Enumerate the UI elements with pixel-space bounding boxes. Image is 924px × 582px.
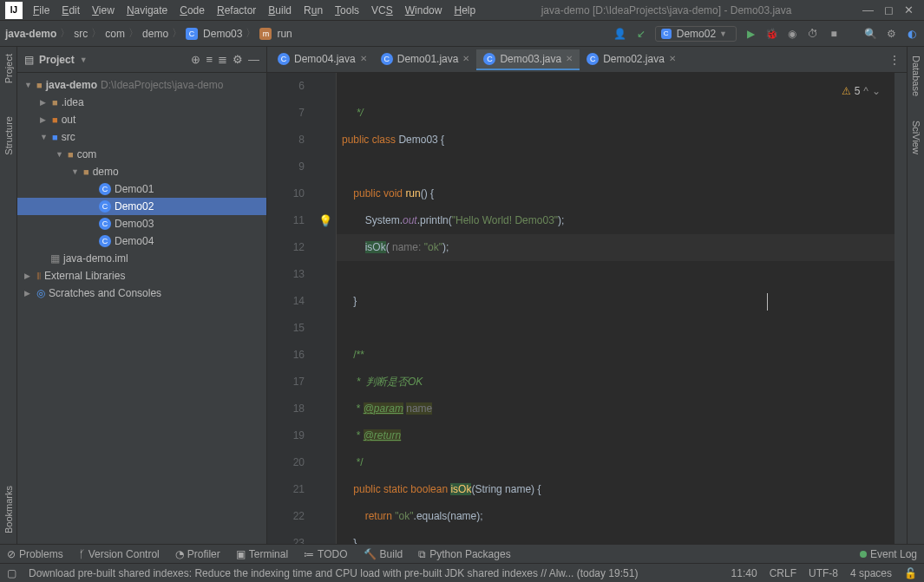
breadcrumb: java-demo〉 src〉 com〉 demo〉 CDemo03〉 mrun — [5, 26, 613, 41]
tree-root[interactable]: ▼■ java-demo D:\IdeaProjects\java-demo — [17, 76, 266, 94]
stop-button[interactable]: ■ — [827, 27, 841, 41]
tree-scratches[interactable]: ▶◎ Scratches and Consoles — [17, 284, 266, 302]
tab-demo03[interactable]: CDemo03.java✕ — [476, 49, 580, 70]
menu-build[interactable]: Build — [263, 3, 297, 18]
status-icon[interactable]: ▢ — [7, 567, 16, 579]
close-window-button[interactable]: ✕ — [904, 3, 914, 16]
minimize-button[interactable]: — — [862, 3, 874, 16]
menu-window[interactable]: Window — [400, 3, 448, 18]
app-logo: IJ — [5, 2, 23, 19]
coverage-button[interactable]: ◉ — [785, 27, 799, 41]
tree-src[interactable]: ▼■ src — [17, 128, 266, 146]
tool-problems[interactable]: ⊘Problems — [7, 548, 63, 560]
chevron-down-icon[interactable]: ▼ — [80, 56, 88, 64]
menu-edit[interactable]: Edit — [56, 3, 85, 18]
tree-com[interactable]: ▼■ com — [17, 146, 266, 163]
tab-demo02[interactable]: CDemo02.java✕ — [580, 49, 683, 70]
tree-out[interactable]: ▶■ out — [17, 111, 266, 128]
project-view-icon: ▤ — [24, 54, 34, 66]
tool-sciview-tab[interactable]: SciView — [910, 117, 922, 158]
collapse-all-icon[interactable]: ≣ — [218, 53, 227, 66]
tool-vcs[interactable]: ᚶVersion Control — [79, 548, 160, 560]
crumb-project[interactable]: java-demo — [5, 28, 56, 40]
crumb-class[interactable]: Demo03 — [203, 28, 242, 40]
tree-class-demo02[interactable]: C Demo02 — [17, 198, 266, 215]
expand-all-icon[interactable]: ≡ — [206, 53, 213, 66]
caret-position[interactable]: 11:40 — [731, 567, 757, 579]
ide-updates-icon[interactable]: ◐ — [905, 27, 919, 41]
file-encoding[interactable]: UTF-8 — [809, 567, 838, 579]
terminal-icon: ▣ — [236, 548, 246, 560]
gutter-marks[interactable]: 💡 — [315, 73, 337, 544]
status-message[interactable]: Download pre-built shared indexes: Reduc… — [29, 567, 719, 579]
menu-code[interactable]: Code — [174, 3, 210, 18]
build-icon: 🔨 — [364, 548, 377, 560]
menu-vcs[interactable]: VCS — [366, 3, 398, 18]
tool-event-log[interactable]: Event Log — [860, 548, 917, 560]
run-button[interactable]: ▶ — [744, 27, 757, 41]
tree-idea[interactable]: ▶■ .idea — [17, 94, 266, 111]
tree-class-demo01[interactable]: C Demo01 — [17, 180, 266, 198]
indent-setting[interactable]: 4 spaces — [850, 567, 892, 579]
chevron-down-icon: ▼ — [719, 29, 727, 38]
menu-refactor[interactable]: Refactor — [212, 3, 261, 18]
crumb-src[interactable]: src — [74, 28, 88, 40]
crumb-demo[interactable]: demo — [142, 28, 168, 40]
debug-button[interactable]: 🐞 — [764, 27, 778, 41]
intention-bulb-icon[interactable]: 💡 — [318, 207, 332, 234]
tool-profiler[interactable]: ◔Profiler — [175, 548, 220, 560]
hide-panel-icon[interactable]: — — [248, 53, 259, 66]
close-icon[interactable]: ✕ — [566, 54, 573, 63]
close-icon[interactable]: ✕ — [462, 54, 469, 63]
tab-demo01[interactable]: CDemo01.java✕ — [374, 49, 477, 70]
text-cursor — [767, 293, 768, 311]
menu-bar: File Edit View Navigate Code Refactor Bu… — [28, 3, 481, 18]
tool-project-tab[interactable]: Project — [3, 50, 15, 87]
menu-tools[interactable]: Tools — [330, 3, 364, 18]
tree-demo[interactable]: ▼■ demo — [17, 163, 266, 180]
vcs-icon: ᚶ — [79, 548, 85, 560]
menu-run[interactable]: Run — [298, 3, 328, 18]
tree-external-libs[interactable]: ▶⫴ External Libraries — [17, 267, 266, 284]
tool-todo[interactable]: ≔TODO — [304, 548, 347, 560]
tool-terminal[interactable]: ▣Terminal — [236, 548, 288, 560]
tree-class-demo03[interactable]: C Demo03 — [17, 215, 266, 232]
menu-view[interactable]: View — [87, 3, 120, 18]
crumb-method[interactable]: run — [277, 28, 292, 40]
error-stripe[interactable] — [895, 73, 907, 544]
tab-more-icon[interactable]: ⋮ — [889, 54, 900, 66]
tool-structure-tab[interactable]: Structure — [3, 113, 15, 159]
settings-icon[interactable]: ⚙ — [884, 27, 898, 41]
panel-settings-icon[interactable]: ⚙ — [233, 53, 243, 66]
window-title: java-demo [D:\IdeaProjects\java-demo] - … — [481, 4, 852, 16]
panel-title[interactable]: Project — [39, 54, 75, 66]
add-user-icon[interactable]: 👤 — [613, 27, 627, 41]
build-icon[interactable]: ↙ — [634, 27, 648, 41]
menu-navigate[interactable]: Navigate — [121, 3, 173, 18]
tree-class-demo04[interactable]: C Demo04 — [17, 232, 266, 250]
project-panel: ▤ Project ▼ ⊕ ≡ ≣ ⚙ — ▼■ java-demo D:\Id… — [17, 47, 267, 544]
inspection-badge[interactable]: ⚠5 ^ ⌄ — [842, 78, 881, 105]
run-config-name: Demo02 — [677, 28, 716, 40]
close-icon[interactable]: ✕ — [669, 54, 676, 63]
tool-database-tab[interactable]: Database — [910, 52, 922, 100]
maximize-button[interactable]: ◻ — [884, 3, 894, 16]
tool-python-packages[interactable]: ⧉Python Packages — [418, 548, 510, 560]
close-icon[interactable]: ✕ — [360, 54, 367, 63]
menu-file[interactable]: File — [28, 3, 55, 18]
run-config-selector[interactable]: C Demo02 ▼ — [655, 26, 737, 42]
class-icon: C — [661, 29, 672, 39]
tool-bookmarks-tab[interactable]: Bookmarks — [3, 482, 15, 537]
readonly-lock-icon[interactable]: 🔓 — [904, 567, 917, 579]
menu-help[interactable]: Help — [449, 3, 481, 18]
crumb-com[interactable]: com — [105, 28, 125, 40]
select-opened-file-icon[interactable]: ⊕ — [191, 53, 200, 66]
line-separator[interactable]: CRLF — [770, 567, 796, 579]
tool-build[interactable]: 🔨Build — [364, 548, 403, 560]
warning-icon: ⚠ — [842, 78, 851, 105]
search-icon[interactable]: 🔍 — [863, 27, 877, 41]
tree-iml[interactable]: ▦ java-demo.iml — [17, 250, 266, 267]
tab-demo04[interactable]: CDemo04.java✕ — [271, 49, 374, 70]
profile-button[interactable]: ⏱ — [806, 27, 820, 41]
code-editor[interactable]: 67891011121314151617181920212223 💡 */ pu… — [267, 73, 907, 544]
